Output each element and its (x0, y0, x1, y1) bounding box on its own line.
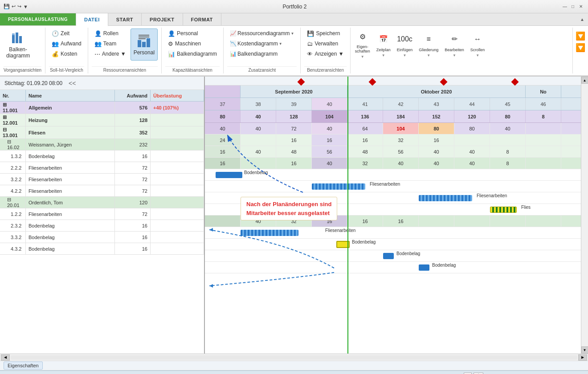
zeit-label: Zeit (61, 30, 69, 37)
hscroll-track[interactable] (11, 355, 577, 360)
verwalten-label: Verwalten (314, 41, 338, 47)
btn-scrollen[interactable]: ↔ Scrollen ▼ (468, 28, 488, 61)
btn-balken-zusatz[interactable]: 📊 Balkendiagramm (227, 49, 297, 59)
th-uberlastung: Überlastung (151, 90, 204, 101)
gc-11-41: 64 (347, 123, 383, 134)
bar-fliesen-4 (490, 207, 517, 213)
save-icon[interactable]: 💾 (4, 4, 10, 9)
hscroll-left-button[interactable]: ◀ (1, 354, 10, 361)
gc-12-41: 16 (347, 134, 383, 146)
gantt-row-allgemein: 40 40 72 40 64 104 80 80 40 (205, 123, 581, 134)
th-aufwand: Aufwand (115, 90, 151, 101)
tab-start[interactable]: START (108, 13, 142, 25)
gc-16-40: 40 (312, 158, 347, 169)
td-uberlastung (151, 220, 204, 231)
svg-rect-8 (142, 42, 146, 47)
maximize-button[interactable]: □ (569, 3, 576, 10)
gantt-row-boden-ord-3: Bodenbelag (205, 250, 581, 262)
tab-projekt[interactable]: PROJEKT (142, 13, 183, 25)
btn-zeitplan[interactable]: 📅 Zeitplan ▼ (374, 28, 393, 61)
scroll-up-button[interactable]: ▲ (581, 77, 588, 84)
balken-zusatz-icon: 📊 (230, 51, 237, 57)
gc-16-42: 40 (383, 158, 419, 169)
btn-bearbeiten[interactable]: ✏ Bearbeiten ▼ (442, 28, 467, 61)
menu-icon[interactable]: ▼ (23, 4, 28, 9)
gantt-bar-area-ord-1: Fliesenarbeiten (205, 227, 581, 238)
btn-team[interactable]: 👥 Team (92, 39, 129, 49)
kostendiagramm-label: Kostendiagramm (237, 41, 278, 47)
window-controls: — □ ✕ (561, 3, 584, 10)
bar-ord-fliesen (241, 230, 298, 236)
prev-nav-arrow[interactable]: << (67, 80, 78, 87)
table-row: ⊞ 12.001 Heizung 128 (0, 114, 204, 126)
btn-maschinen[interactable]: ⚙ Maschinen (165, 39, 220, 49)
btn-personal-kap[interactable]: 👤 Personal (165, 28, 220, 38)
td-uberlastung (151, 185, 204, 196)
hscroll-right-button[interactable]: ▶ (578, 354, 587, 361)
eigenschaften-tab[interactable]: Eigenschaften (4, 362, 43, 370)
btn-balken-kap[interactable]: 📊 Balkendiagramm (165, 49, 220, 59)
btn-rollen[interactable]: 👤 Rollen (92, 28, 129, 38)
week-41: 41 (347, 98, 383, 110)
td-uberlastung (151, 174, 204, 185)
vertical-scrollbar[interactable]: ▲ ▼ (581, 77, 588, 354)
balken-kap-icon: 📊 (168, 51, 175, 57)
table-row: ⊟ 16.02 Weissmann, Jürgen 232 (0, 139, 204, 150)
bar-label-ord-bodenbelag-4: Bodenbelag (432, 263, 456, 268)
bearbeiten-label: Bearbeiten (445, 48, 464, 52)
td-uberlastung (151, 150, 204, 162)
gantt-bar-area-3: Fliesenarbeiten (205, 192, 581, 203)
collapse-ribbon-icon[interactable]: ▲ (580, 17, 584, 22)
tab-datei[interactable]: DATEI (76, 13, 108, 26)
week-42: 42 (383, 98, 419, 110)
gantt-row-boden-ord-4: Bodenbelag (205, 262, 581, 273)
aufwand-icon: 👥 (52, 41, 59, 47)
btn-einfugen[interactable]: 100c Einfügen ▼ (394, 28, 416, 61)
horizontal-scrollbar[interactable]: ◀ ▶ (0, 354, 588, 361)
btn-andere[interactable]: ⋯ Andere ▼ (92, 49, 129, 59)
btn-eigenschaften[interactable]: ⚙ Eigen-schaften ▼ (352, 28, 373, 61)
scrollen-drop: ▼ (476, 53, 479, 57)
btn-personal[interactable]: Personal (131, 28, 158, 61)
btn-kosten[interactable]: 💰 Kosten (49, 49, 84, 59)
gc-11-39: 72 (276, 123, 312, 134)
td-nr: 2.2.2 (0, 162, 26, 173)
gc-11-38: 40 (241, 123, 276, 134)
gc-13-44: 40 (454, 146, 490, 157)
bearbeiten-drop: ▼ (453, 53, 456, 57)
btn-aufwand[interactable]: 👥 Aufwand (49, 39, 84, 49)
filter-icon-2[interactable]: 🔽 (576, 43, 585, 53)
titlebar: 💾 ↩ ↪ ▼ Portfolio 2 — □ ✕ (0, 0, 588, 13)
undo-icon[interactable]: ↩ (12, 4, 16, 9)
svg-rect-1 (16, 33, 18, 43)
tab-format[interactable]: FORMAT (183, 13, 221, 25)
scroll-track[interactable] (581, 84, 588, 346)
btn-kostendiagramm[interactable]: 📉 Kostendiagramm ▼ (227, 39, 297, 49)
td-aufwand: 72 (115, 185, 151, 196)
minimize-button[interactable]: — (561, 3, 568, 10)
ribbon-group-tools: ⚙ Eigen-schaften ▼ 📅 Zeitplan ▼ 100c Ein… (351, 28, 573, 73)
btn-verwalten[interactable]: 🗂 Verwalten (304, 39, 346, 49)
btn-zeit[interactable]: 🕐 Zeit (49, 28, 84, 38)
anzeigen-label: Anzeigen ▼ (314, 51, 343, 57)
close-button[interactable]: ✕ (577, 3, 584, 10)
btn-anzeigen[interactable]: 👁 Anzeigen ▼ (304, 49, 346, 59)
gantt-bar-area-2: Fliesenarbeiten (205, 181, 561, 192)
gc-12-43: 16 (419, 134, 454, 146)
table-header: Nr. Name Aufwand Überlastung (0, 90, 204, 102)
gc-12-46 (526, 134, 561, 146)
btn-speichern[interactable]: 💾 Speichern (304, 28, 346, 38)
gantt-row-fliesen-3: Fliesenarbeiten (205, 192, 581, 204)
btn-ressourcendiagramm[interactable]: 📈 Ressourcendiagramm ▼ (227, 28, 297, 38)
quick-access-toolbar: 💾 ↩ ↪ ▼ (4, 4, 28, 9)
month-okt: Oktober 2020 (347, 85, 526, 98)
redo-icon[interactable]: ↪ (17, 4, 21, 9)
ribbon-group-kapazitat: 👤 Personal ⚙ Maschinen 📊 Balkendiagramm … (162, 28, 224, 73)
filter-icon-1[interactable]: 🔽 (576, 31, 585, 41)
btn-gliederung[interactable]: ≡ Gliederung ▼ (416, 28, 441, 61)
week-40: 40 (312, 98, 347, 110)
btn-balkendiagramm[interactable]: Balken-diagramm (4, 28, 33, 61)
gc-12-39: 16 (276, 134, 312, 146)
scroll-down-button[interactable]: ▼ (581, 346, 588, 354)
tab-personalauslastung[interactable]: PERSONALAUSLASTUNG (0, 13, 76, 25)
